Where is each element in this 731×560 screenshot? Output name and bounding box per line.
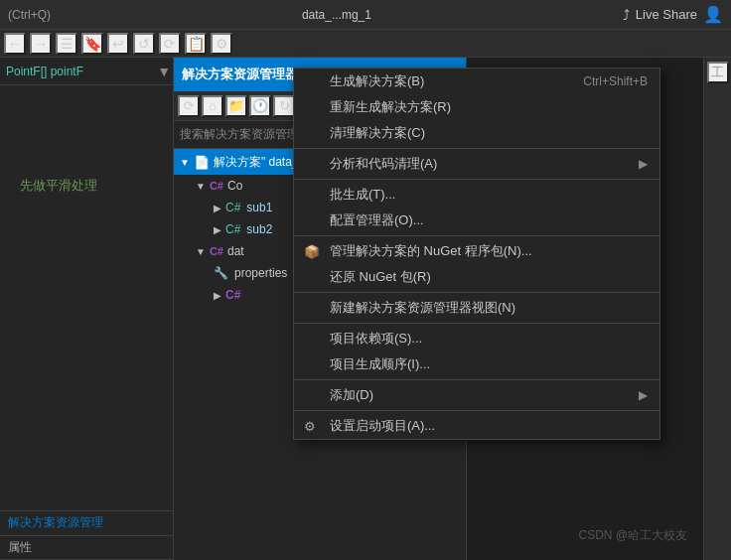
- cm-add-label: 添加(D): [330, 386, 627, 404]
- se-sync-btn[interactable]: ⟳: [178, 95, 200, 117]
- sub1-icon: C#: [225, 201, 240, 214]
- cm-batch-label: 批生成(T)...: [330, 186, 648, 204]
- sub1-arrow: ▶: [214, 203, 221, 213]
- title-bar: (Ctrl+Q) data_...mg_1 ⤴ Live Share 👤: [0, 0, 731, 30]
- csharp-icon-co: C#: [210, 180, 223, 192]
- cm-nuget-label: 管理解决方案的 NuGet 程序包(N)...: [330, 242, 648, 260]
- live-share-area[interactable]: ⤴ Live Share 👤: [623, 5, 723, 24]
- csharp-icon-dat: C#: [210, 245, 223, 257]
- dat-sub1-label: properties: [234, 266, 287, 280]
- function-signature: PointF[] pointF ▼: [0, 58, 173, 85]
- se-dat-arrow: ▼: [196, 246, 206, 257]
- cm-deps-label: 项目依赖项(S)...: [330, 330, 648, 348]
- dat-sub2-arrow: ▶: [214, 290, 221, 301]
- menu-button[interactable]: ☰: [56, 33, 77, 55]
- property-row: 属性: [0, 536, 173, 561]
- property-label: 属性: [8, 539, 32, 556]
- cm-add[interactable]: 添加(D) ▶: [294, 382, 659, 408]
- se-home-btn[interactable]: ⌂: [202, 95, 223, 117]
- se-dat-label: dat: [227, 244, 244, 258]
- cm-analyze-label: 分析和代码清理(A): [330, 155, 627, 173]
- cm-sep7: [294, 410, 659, 411]
- cm-batch-build[interactable]: 批生成(T)...: [294, 182, 659, 208]
- refresh-button[interactable]: ⟳: [159, 33, 181, 55]
- right-btn-1[interactable]: 工: [707, 62, 729, 83]
- cm-analyze-arrow: ▶: [639, 157, 648, 171]
- settings-button[interactable]: ⚙: [211, 33, 232, 55]
- watermark: CSDN @哈工大校友: [578, 527, 687, 544]
- func-sig-text: PointF[] pointF: [6, 65, 83, 78]
- forward-button[interactable]: →: [30, 33, 52, 55]
- toolbar-row: ← → ☰ 🔖 ↩ ↺ ⟳ 📋 ⚙: [0, 30, 731, 58]
- cm-restore-nuget[interactable]: 还原 NuGet 包(R): [294, 264, 659, 290]
- se-folder-btn[interactable]: 📁: [225, 95, 247, 117]
- cm-config-label: 配置管理器(O)...: [330, 211, 648, 229]
- se-co-arrow: ▼: [196, 181, 206, 192]
- live-share-label[interactable]: Live Share: [636, 7, 697, 22]
- sub2-label: sub2: [246, 222, 272, 236]
- cm-nuget[interactable]: 📦 管理解决方案的 NuGet 程序包(N)...: [294, 238, 659, 264]
- cm-newview-label: 新建解决方案资源管理器视图(N): [330, 299, 648, 317]
- cm-project-deps[interactable]: 项目依赖项(S)...: [294, 326, 659, 351]
- editor-comment: 先做平滑处理: [20, 177, 97, 195]
- cm-restore-label: 还原 NuGet 包(R): [330, 268, 648, 286]
- bookmark-button[interactable]: 🔖: [81, 33, 103, 55]
- solution-link[interactable]: 解决方案资源管理: [8, 514, 103, 531]
- side-panel: PointF[] pointF ▼ 先做平滑处理 解决方案资源管理 属性: [0, 58, 174, 560]
- undo-button[interactable]: ↩: [107, 33, 129, 55]
- se-clock-btn[interactable]: 🕐: [249, 95, 271, 117]
- clipboard-button[interactable]: 📋: [185, 33, 207, 55]
- se-root-arrow: ▼: [180, 157, 190, 168]
- gear-icon: ⚙: [304, 419, 316, 434]
- se-co-label: Co: [227, 179, 242, 193]
- nuget-icon: 📦: [304, 244, 320, 259]
- cm-sep4: [294, 292, 659, 293]
- cm-sep1: [294, 148, 659, 149]
- redo-button[interactable]: ↺: [133, 33, 155, 55]
- cm-config-manager[interactable]: 配置管理器(O)...: [294, 208, 659, 233]
- cm-clean-solution[interactable]: 清理解决方案(C): [294, 120, 659, 146]
- cm-set-startup[interactable]: ⚙ 设置启动项目(A)...: [294, 413, 659, 439]
- account-icon[interactable]: 👤: [703, 5, 723, 24]
- bottom-panel: 解决方案资源管理 属性: [0, 510, 173, 560]
- sub1-label: sub1: [246, 201, 272, 214]
- cm-build-order[interactable]: 项目生成顺序(I)...: [294, 351, 659, 377]
- cm-sep5: [294, 323, 659, 324]
- cm-buildorder-label: 项目生成顺序(I)...: [330, 355, 648, 373]
- cm-sep2: [294, 179, 659, 180]
- sub2-arrow: ▶: [214, 224, 221, 235]
- cm-build-shortcut: Ctrl+Shift+B: [583, 74, 648, 88]
- func-sig-arrow[interactable]: ▼: [157, 64, 171, 79]
- shortcut-hint: (Ctrl+Q): [8, 8, 51, 22]
- dat-sub1-icon: 🔧: [214, 266, 228, 280]
- cm-sep6: [294, 379, 659, 380]
- liveshare-icon: ⤴: [623, 7, 630, 23]
- cm-sep3: [294, 235, 659, 236]
- se-refresh-btn[interactable]: ↻: [273, 95, 295, 117]
- cm-rebuild-label: 重新生成解决方案(R): [330, 98, 648, 116]
- cm-clean-label: 清理解决方案(C): [330, 124, 648, 142]
- solution-link-row[interactable]: 解决方案资源管理: [0, 511, 173, 536]
- cm-new-view[interactable]: 新建解决方案资源管理器视图(N): [294, 295, 659, 321]
- main-layout: PointF[] pointF ▼ 先做平滑处理 解决方案资源管理 属性 解决方…: [0, 58, 731, 560]
- window-title: data_...mg_1: [51, 8, 623, 22]
- back-button[interactable]: ←: [4, 33, 26, 55]
- cm-analyze[interactable]: 分析和代码清理(A) ▶: [294, 151, 659, 177]
- context-menu: 生成解决方案(B) Ctrl+Shift+B 重新生成解决方案(R) 清理解决方…: [293, 68, 660, 440]
- cm-build-solution[interactable]: 生成解决方案(B) Ctrl+Shift+B: [294, 69, 659, 94]
- sub2-icon: C#: [225, 222, 240, 236]
- dat-sub2-icon: C#: [225, 288, 240, 302]
- cm-rebuild-solution[interactable]: 重新生成解决方案(R): [294, 94, 659, 120]
- cm-add-arrow: ▶: [639, 388, 648, 402]
- cm-startup-label: 设置启动项目(A)...: [330, 417, 648, 435]
- side-tree-content: 先做平滑处理: [0, 85, 173, 560]
- cm-build-label: 生成解决方案(B): [330, 72, 575, 90]
- right-strip: 工: [703, 58, 731, 560]
- se-root-icon: 📄: [194, 155, 210, 170]
